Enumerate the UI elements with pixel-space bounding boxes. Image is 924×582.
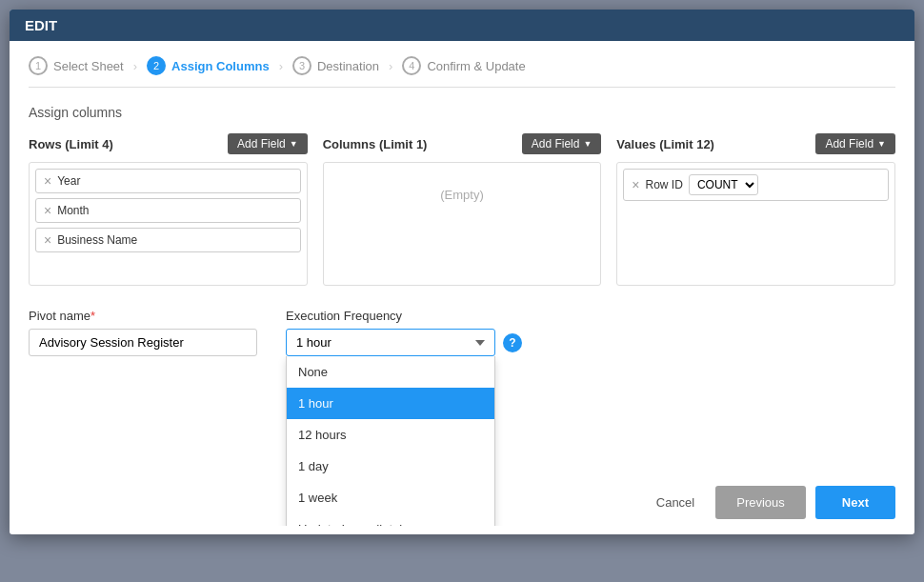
rows-year-remove[interactable]: ×: [44, 174, 51, 188]
step-1-num: 1: [29, 56, 48, 75]
columns-section: Columns (Limit 1) Add Field (Empty): [323, 133, 602, 286]
sep-2: ›: [279, 59, 283, 73]
values-rowid-label: Row ID: [646, 178, 683, 191]
freq-option-1hour[interactable]: 1 hour: [287, 388, 494, 419]
freq-option-12hours[interactable]: 12 hours: [287, 419, 494, 451]
freq-option-1day[interactable]: 1 day: [287, 451, 494, 482]
step-3[interactable]: 3 Destination: [292, 56, 379, 75]
step-4-label: Confirm & Update: [427, 59, 525, 73]
pivot-name-label: Pivot name*: [29, 309, 257, 323]
values-field-box: × Row ID COUNT SUM AVG MIN MAX: [616, 162, 895, 286]
rows-business-label: Business Name: [57, 233, 137, 247]
frequency-display[interactable]: 1 hour: [286, 329, 495, 356]
pivot-name-group: Pivot name*: [29, 309, 257, 356]
frequency-label: Execution Frequency: [286, 309, 522, 323]
step-1-label: Select Sheet: [53, 59, 124, 73]
rows-month-remove[interactable]: ×: [44, 204, 51, 217]
values-rowid-remove[interactable]: ×: [632, 178, 639, 191]
modal-title: EDIT: [25, 17, 57, 33]
rows-field-month: × Month: [35, 198, 301, 223]
values-section: Values (Limit 12) Add Field × Row ID COU…: [616, 133, 895, 286]
step-3-num: 3: [292, 56, 311, 75]
rows-header: Rows (Limit 4) Add Field: [29, 133, 308, 154]
modal-header: EDIT: [10, 10, 914, 41]
rows-add-field-button[interactable]: Add Field: [228, 133, 308, 154]
rows-field-business: × Business Name: [35, 228, 301, 252]
sep-3: ›: [389, 59, 392, 73]
step-3-label: Destination: [317, 59, 379, 73]
freq-option-1week[interactable]: 1 week: [287, 482, 494, 513]
values-add-field-button[interactable]: Add Field: [815, 133, 895, 154]
frequency-help-icon[interactable]: ?: [503, 333, 522, 352]
section-title: Assign columns: [29, 105, 895, 120]
rows-business-remove[interactable]: ×: [44, 233, 51, 247]
columns-field-box: (Empty): [323, 162, 602, 286]
step-4[interactable]: 4 Confirm & Update: [402, 56, 525, 75]
freq-option-update-immediately[interactable]: Update Immediately: [287, 513, 494, 526]
cancel-button[interactable]: Cancel: [645, 488, 706, 517]
step-2-label: Assign Columns: [171, 59, 270, 73]
rows-field-box: × Year × Month × Business Name: [29, 162, 308, 286]
next-button[interactable]: Next: [815, 486, 895, 519]
modal-body: 1 Select Sheet › 2 Assign Columns › 3 De…: [10, 41, 914, 526]
frequency-dropdown-menu: None 1 hour 12 hours 1 day 1 week Update…: [286, 356, 495, 526]
frequency-dropdown-container: 1 hour 1 hour None 12 hours 1 day 1 week…: [286, 329, 495, 356]
rows-year-label: Year: [57, 174, 80, 188]
values-aggregate-select[interactable]: COUNT SUM AVG MIN MAX: [689, 174, 758, 195]
modal-footer: Cancel Previous Next: [645, 486, 895, 519]
wizard-steps: 1 Select Sheet › 2 Assign Columns › 3 De…: [29, 41, 895, 88]
previous-button[interactable]: Previous: [715, 486, 806, 519]
sep-1: ›: [133, 59, 137, 73]
frequency-group: Execution Frequency 1 hour 1 hour None 1…: [286, 309, 522, 356]
freq-option-none[interactable]: None: [287, 356, 494, 388]
columns-title: Columns (Limit 1): [323, 137, 428, 151]
values-header: Values (Limit 12) Add Field: [616, 133, 895, 154]
rows-title: Rows (Limit 4): [29, 137, 113, 151]
step-4-num: 4: [402, 56, 421, 75]
columns-add-field-button[interactable]: Add Field: [522, 133, 602, 154]
columns-layout: Rows (Limit 4) Add Field × Year × Month: [29, 133, 895, 286]
step-2-num: 2: [147, 56, 166, 75]
values-field-rowid: × Row ID COUNT SUM AVG MIN MAX: [623, 169, 889, 201]
step-1[interactable]: 1 Select Sheet: [29, 56, 124, 75]
step-2[interactable]: 2 Assign Columns: [147, 56, 270, 75]
bottom-form: Pivot name* Execution Frequency 1 hour 1…: [29, 309, 895, 356]
columns-header: Columns (Limit 1) Add Field: [323, 133, 602, 154]
frequency-row: 1 hour 1 hour None 12 hours 1 day 1 week…: [286, 329, 522, 356]
rows-month-label: Month: [57, 204, 89, 217]
required-star: *: [90, 309, 95, 323]
values-title: Values (Limit 12): [616, 137, 714, 151]
rows-section: Rows (Limit 4) Add Field × Year × Month: [29, 133, 308, 286]
rows-field-year: × Year: [35, 169, 301, 193]
edit-modal: EDIT 1 Select Sheet › 2 Assign Columns ›…: [10, 10, 914, 534]
columns-empty: (Empty): [330, 169, 595, 221]
pivot-name-input[interactable]: [29, 329, 257, 356]
